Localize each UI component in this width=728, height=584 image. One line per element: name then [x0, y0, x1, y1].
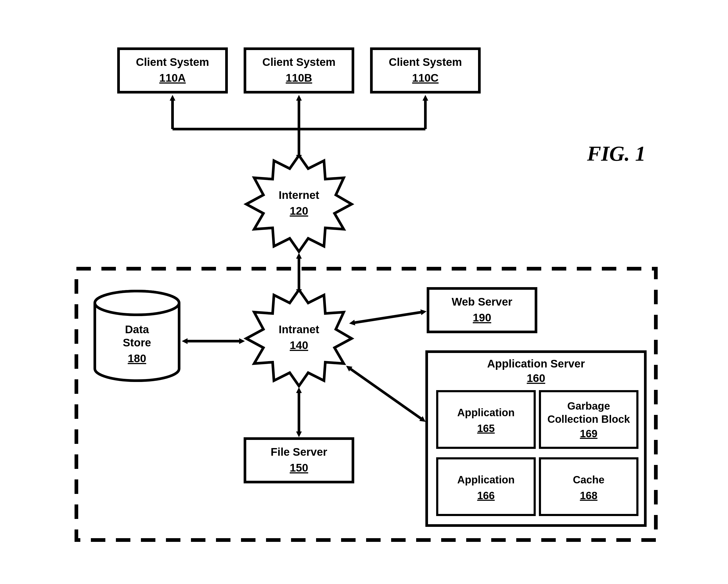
gc-ref: 169 [580, 428, 598, 439]
data-store-ref: 180 [128, 352, 146, 364]
client-system-c: Client System 110C [371, 49, 479, 92]
cache-block: Cache 168 [540, 458, 638, 515]
svg-rect-1 [245, 49, 353, 92]
app2-ref: 166 [477, 490, 495, 501]
client-system-b: Client System 110B [245, 49, 353, 92]
gc-title2: Collection Block [547, 413, 630, 425]
file-server-ref: 150 [290, 461, 308, 474]
intranet-ref: 140 [290, 339, 308, 351]
web-server-title: Web Server [452, 296, 512, 308]
data-store-node: Data Store 180 [95, 291, 179, 381]
application-165: Application 165 [437, 391, 535, 448]
garbage-collection-block: Garbage Collection Block 169 [540, 391, 638, 448]
svg-rect-13 [540, 458, 638, 515]
svg-marker-4 [246, 290, 352, 386]
client-system-a: Client System 110A [119, 49, 227, 92]
app1-title: Application [457, 407, 515, 418]
svg-rect-12 [437, 458, 535, 515]
app-server-title: Application Server [487, 357, 585, 370]
gc-title1: Garbage [567, 400, 610, 412]
internet-title: Internet [279, 189, 319, 201]
svg-rect-2 [371, 49, 479, 92]
cache-ref: 168 [580, 490, 598, 501]
app1-ref: 165 [477, 423, 495, 434]
data-store-title2: Store [123, 336, 151, 349]
architecture-diagram: Client System 110A Client System 110B Cl… [0, 0, 728, 584]
svg-point-6 [95, 291, 179, 315]
app-server-node: Application Server 160 Application 165 G… [427, 352, 645, 526]
internet-ref: 120 [290, 205, 308, 217]
file-server-node: File Server 150 [245, 439, 353, 482]
internet-node: Internet 120 [246, 155, 352, 252]
cache-title: Cache [573, 474, 604, 485]
web-server-ref: 190 [473, 311, 491, 324]
application-166: Application 166 [437, 458, 535, 515]
client-c-title: Client System [389, 56, 462, 68]
client-b-title: Client System [262, 56, 336, 68]
file-server-title: File Server [271, 446, 328, 458]
client-a-ref: 110A [159, 72, 186, 84]
svg-rect-8 [245, 439, 353, 482]
client-c-ref: 110C [412, 72, 439, 84]
arrow-intranet-webserver [354, 312, 421, 323]
svg-rect-0 [119, 49, 227, 92]
svg-marker-3 [246, 155, 352, 252]
client-a-title: Client System [136, 56, 209, 68]
figure-label: FIG. 1 [587, 142, 646, 165]
intranet-title: Intranet [279, 323, 319, 336]
app2-title: Application [457, 474, 515, 485]
svg-rect-7 [428, 288, 536, 332]
app-server-ref: 160 [527, 372, 545, 384]
client-b-ref: 110B [286, 72, 312, 84]
web-server-node: Web Server 190 [428, 288, 536, 332]
svg-rect-10 [437, 391, 535, 448]
data-store-title1: Data [125, 323, 149, 336]
intranet-node: Intranet 140 [246, 290, 352, 386]
arrow-intranet-appserver [350, 369, 421, 419]
